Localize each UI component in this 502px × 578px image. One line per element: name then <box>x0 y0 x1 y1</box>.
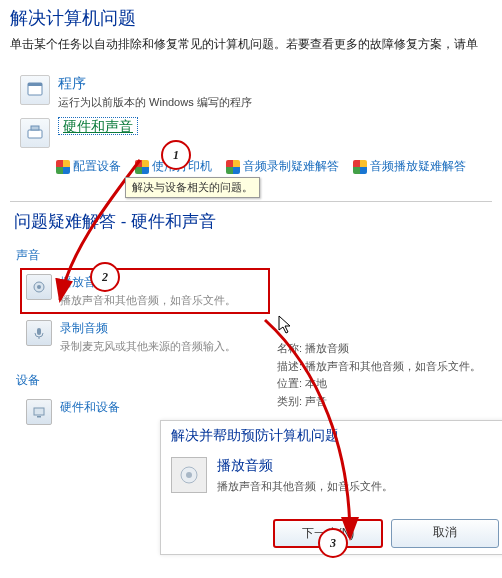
shield-icon <box>226 160 240 174</box>
programs-desc: 运行为以前版本的 Windows 编写的程序 <box>58 95 482 110</box>
item-desc: 录制麦克风或其他来源的音频输入。 <box>60 339 236 354</box>
shield-icon <box>135 160 149 174</box>
svg-rect-3 <box>31 126 39 130</box>
link-play-trouble[interactable]: 音频播放疑难解答 <box>353 158 466 175</box>
section-divider <box>10 201 492 202</box>
group-sound: 声音 <box>16 247 502 264</box>
shield-icon <box>56 160 70 174</box>
wizard-title: 播放音频 <box>217 457 393 475</box>
hardware-title[interactable]: 硬件和声音 <box>58 117 138 135</box>
annotation-marker-1: 1 <box>161 140 191 170</box>
svg-rect-1 <box>28 83 42 86</box>
svg-point-11 <box>186 472 192 478</box>
svg-rect-9 <box>37 416 41 418</box>
svg-rect-8 <box>34 408 44 415</box>
svg-rect-6 <box>37 328 41 335</box>
svg-point-5 <box>37 285 41 289</box>
item-title: 播放音频 <box>60 274 236 291</box>
troubleshoot-title: 问题疑难解答 - 硬件和声音 <box>14 210 492 233</box>
cancel-button[interactable]: 取消 <box>391 519 499 548</box>
item-play-audio[interactable]: 播放音频 播放声音和其他音频，如音乐文件。 <box>20 268 270 314</box>
link-record-trouble[interactable]: 音频录制疑难解答 <box>226 158 339 175</box>
hardware-links: 配置设备 使用打印机 音频录制疑难解答 音频播放疑难解答 <box>10 158 492 175</box>
annotation-marker-2: 2 <box>90 262 120 292</box>
page-subtitle: 单击某个任务以自动排除和修复常见的计算机问题。若要查看更多的故障修复方案，请单 <box>10 36 492 53</box>
shield-icon <box>353 160 367 174</box>
page-title: 解决计算机问题 <box>10 6 492 30</box>
wizard-heading: 解决并帮助预防计算机问题 <box>171 427 497 445</box>
speaker-icon <box>26 274 52 300</box>
cursor-icon <box>278 315 294 338</box>
device-icon <box>26 399 52 425</box>
section-hardware: 硬件和声音 <box>10 114 492 152</box>
item-info-panel: 名称: 播放音频 描述: 播放声音和其他音频，如音乐文件。 位置: 本地 类别:… <box>277 340 481 410</box>
hardware-icon <box>20 118 50 148</box>
section-programs: 程序 运行为以前版本的 Windows 编写的程序 <box>10 71 492 114</box>
item-title: 录制音频 <box>60 320 236 337</box>
wizard-desc: 播放声音和其他音频，如音乐文件。 <box>217 479 393 494</box>
speaker-large-icon <box>171 457 207 493</box>
item-desc: 播放声音和其他音频，如音乐文件。 <box>60 293 236 308</box>
annotation-marker-3: 3 <box>318 528 348 558</box>
tooltip-hardware: 解决与设备相关的问题。 <box>125 177 260 198</box>
programs-icon <box>20 75 50 105</box>
link-config-device[interactable]: 配置设备 <box>56 158 121 175</box>
svg-rect-2 <box>28 130 42 138</box>
item-title: 硬件和设备 <box>60 399 120 416</box>
microphone-icon <box>26 320 52 346</box>
programs-title[interactable]: 程序 <box>58 75 86 91</box>
